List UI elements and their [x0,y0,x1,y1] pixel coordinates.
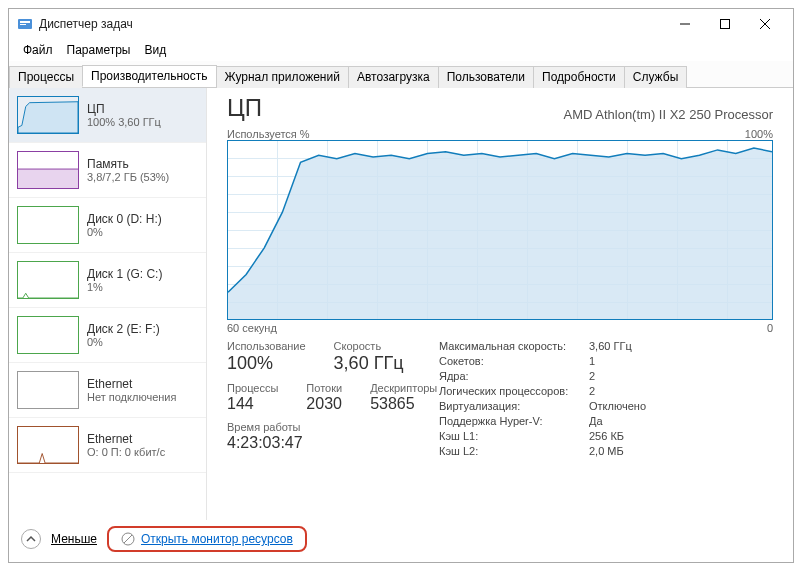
cores-value: 2 [589,370,646,382]
sidebar-item-disk2[interactable]: Диск 2 (E: F:) 0% [9,308,206,363]
sidebar-item-labels: Память 3,8/7,2 ГБ (53%) [87,157,169,183]
content: ЦП 100% 3,60 ГГц Память 3,8/7,2 ГБ (53%)… [9,88,793,520]
open-resource-monitor-link[interactable]: Открыть монитор ресурсов [141,532,293,546]
sidebar-item-disk1[interactable]: Диск 1 (G: C:) 1% [9,253,206,308]
tab-users[interactable]: Пользователи [438,66,534,88]
window-title: Диспетчер задач [39,17,665,31]
tab-details[interactable]: Подробности [533,66,625,88]
sidebar: ЦП 100% 3,60 ГГц Память 3,8/7,2 ГБ (53%)… [9,88,207,520]
graph-top-right-label: 100% [745,128,773,140]
threads-label: Потоки [306,382,342,394]
main-header: ЦП AMD Athlon(tm) II X2 250 Processor [227,94,773,122]
stats-right: Максимальная скорость:3,60 ГГц Сокетов:1… [439,340,646,457]
minimize-button[interactable] [665,9,705,39]
sidebar-disk0-sub: 0% [87,226,162,238]
titlebar: Диспетчер задач [9,9,793,39]
threads-value: 2030 [306,395,342,413]
sidebar-eth0-title: Ethernet [87,377,176,391]
sidebar-item-cpu[interactable]: ЦП 100% 3,60 ГГц [9,88,206,143]
sidebar-disk1-title: Диск 1 (G: C:) [87,267,162,281]
sidebar-eth0-sub: Нет подключения [87,391,176,403]
stats-left: Использование 100% Скорость 3,60 ГГц Про… [227,340,427,457]
disk1-minigraph [17,261,79,299]
sidebar-cpu-sub: 100% 3,60 ГГц [87,116,161,128]
sidebar-disk2-title: Диск 2 (E: F:) [87,322,160,336]
svg-rect-7 [18,169,78,188]
sidebar-eth1-sub: О: 0 П: 0 кбит/с [87,446,165,458]
sockets-label: Сокетов: [439,355,589,367]
disk2-minigraph [17,316,79,354]
svg-rect-1 [20,21,30,23]
tab-services[interactable]: Службы [624,66,687,88]
graph-bottom-right-label: 0 [767,322,773,334]
eth1-minigraph [17,426,79,464]
tab-app-history[interactable]: Журнал приложений [216,66,349,88]
sidebar-mem-title: Память [87,157,169,171]
sidebar-disk0-title: Диск 0 (D: H:) [87,212,162,226]
uptime-label: Время работы [227,421,427,433]
svg-rect-4 [721,20,730,29]
speed-label: Скорость [334,340,404,352]
open-monitor-highlight: Открыть монитор ресурсов [107,526,307,552]
logical-label: Логических процессоров: [439,385,589,397]
sidebar-item-ethernet1[interactable]: Ethernet О: 0 П: 0 кбит/с [9,418,206,473]
tab-processes[interactable]: Процессы [9,66,83,88]
collapse-button[interactable] [21,529,41,549]
sidebar-item-labels: Диск 1 (G: C:) 1% [87,267,162,293]
speed-value: 3,60 ГГц [334,353,404,374]
max-speed-value: 3,60 ГГц [589,340,646,352]
logical-value: 2 [589,385,646,397]
disk0-minigraph [17,206,79,244]
less-label[interactable]: Меньше [51,532,97,546]
usage-label: Использование [227,340,306,352]
usage-value: 100% [227,353,306,374]
close-button[interactable] [745,9,785,39]
cpu-graph [227,140,773,320]
l2-value: 2,0 МБ [589,445,646,457]
sidebar-disk1-sub: 1% [87,281,162,293]
hyperv-value: Да [589,415,646,427]
menu-options[interactable]: Параметры [61,41,137,59]
main-panel: ЦП AMD Athlon(tm) II X2 250 Processor Ис… [207,88,793,520]
svg-line-10 [124,535,132,543]
menubar: Файл Параметры Вид [9,39,793,61]
monitor-icon [121,532,135,546]
cpu-minigraph [17,96,79,134]
hyperv-label: Поддержка Hyper-V: [439,415,589,427]
app-icon [17,16,33,32]
l1-label: Кэш L1: [439,430,589,442]
menu-file[interactable]: Файл [17,41,59,59]
virt-label: Виртуализация: [439,400,589,412]
maximize-button[interactable] [705,9,745,39]
procs-label: Процессы [227,382,278,394]
cores-label: Ядра: [439,370,589,382]
graph-header: Используется % 100% [227,128,773,140]
sidebar-item-ethernet0[interactable]: Ethernet Нет подключения [9,363,206,418]
max-speed-label: Максимальная скорость: [439,340,589,352]
sidebar-item-disk0[interactable]: Диск 0 (D: H:) 0% [9,198,206,253]
page-title: ЦП [227,94,262,122]
tab-performance[interactable]: Производительность [82,65,216,87]
handles-label: Дескрипторы [370,382,437,394]
l1-value: 256 КБ [589,430,646,442]
sidebar-disk2-sub: 0% [87,336,160,348]
handles-value: 53865 [370,395,437,413]
sidebar-item-memory[interactable]: Память 3,8/7,2 ГБ (53%) [9,143,206,198]
l2-label: Кэш L2: [439,445,589,457]
sidebar-item-labels: Диск 0 (D: H:) 0% [87,212,162,238]
eth0-minigraph [17,371,79,409]
stats-row: Использование 100% Скорость 3,60 ГГц Про… [227,340,773,457]
graph-footer: 60 секунд 0 [227,322,773,334]
svg-rect-2 [20,24,26,25]
uptime-value: 4:23:03:47 [227,434,427,452]
procs-value: 144 [227,395,278,413]
sidebar-item-labels: Диск 2 (E: F:) 0% [87,322,160,348]
menu-view[interactable]: Вид [138,41,172,59]
sidebar-item-labels: ЦП 100% 3,60 ГГц [87,102,161,128]
sidebar-eth1-title: Ethernet [87,432,165,446]
tab-startup[interactable]: Автозагрузка [348,66,439,88]
virt-value: Отключено [589,400,646,412]
sidebar-item-labels: Ethernet Нет подключения [87,377,176,403]
sidebar-cpu-title: ЦП [87,102,161,116]
footer: Меньше Открыть монитор ресурсов [9,520,793,562]
